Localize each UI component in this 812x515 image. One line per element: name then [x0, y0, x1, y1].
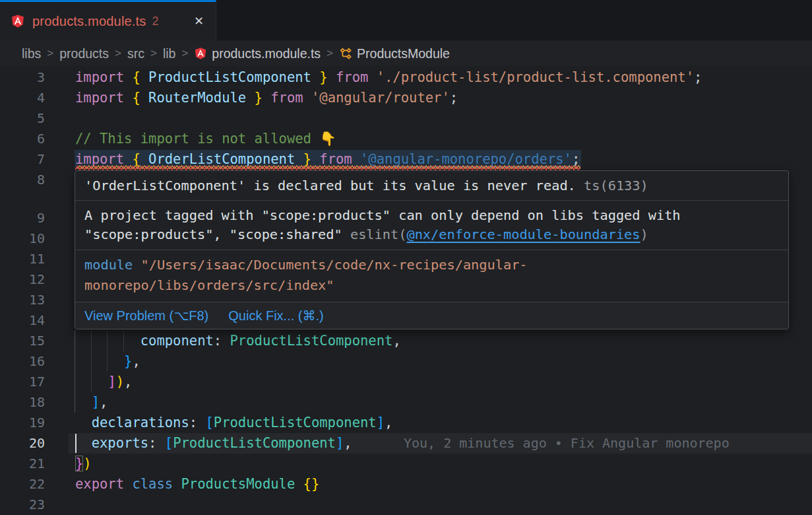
code-token: [ [165, 435, 173, 451]
eslint-message-line1: A project tagged with "scope:products" c… [84, 206, 779, 225]
breadcrumb-label: src [127, 46, 144, 61]
code-token: : [189, 415, 206, 430]
breadcrumb-label: lib [163, 46, 176, 61]
tab-bar: products.module.ts 2 ✕ [0, 0, 812, 40]
chevron-right-icon: > [321, 47, 339, 60]
code-token: { [132, 69, 148, 85]
code-token: } [124, 353, 132, 369]
code-line-18[interactable]: 18 ], [0, 392, 812, 413]
code-token [75, 374, 108, 390]
line-number: 7 [0, 149, 45, 170]
code-line-20[interactable]: 20 exports: [ProductListComponent],You, … [0, 433, 812, 454]
line-number: 8 [0, 170, 45, 190]
breadcrumb-label: products.module.ts [212, 46, 321, 61]
hover-status-bar: View Problem (⌥F8)Quick Fix... (⌘.) [75, 302, 788, 329]
line-number: 19 [0, 413, 45, 433]
code-line-7[interactable]: 7import { OrderListComponent } from '@an… [0, 149, 812, 170]
ts-diagnostic-code: ts(6133) [584, 178, 648, 193]
code-token: , [100, 394, 108, 410]
line-number: 18 [0, 392, 45, 413]
view-problem-action[interactable]: View Problem (⌥F8) [84, 308, 208, 324]
breadcrumb-label: libs [22, 46, 41, 61]
module-path-line1: "/Users/isaac/Documents/code/nx-recipes/… [141, 257, 527, 273]
code-token: export [75, 476, 132, 492]
eslint-diagnostic: A project tagged with "scope:products" c… [75, 200, 788, 250]
code-token [75, 435, 92, 451]
code-line-16[interactable]: 16 }, [0, 351, 812, 372]
code-line-6[interactable]: 6// This import is not allowed 👇 [0, 129, 812, 149]
module-info: module "/Users/isaac/Documents/code/nx-r… [75, 250, 788, 302]
ts-diagnostic-message: 'OrderListComponent' is declared but its… [84, 178, 576, 193]
breadcrumb-item-libs[interactable]: libs [22, 46, 41, 61]
code-token: ProductListComponent [230, 333, 393, 349]
tab-products-module[interactable]: products.module.ts 2 ✕ [0, 0, 216, 40]
code-line-19[interactable]: 19 declarations: [ProductListComponent], [0, 413, 812, 433]
breadcrumb-item-productsmodule[interactable]: ProductsModule [339, 46, 450, 61]
line-number: 3 [0, 67, 45, 88]
git-blame-annotation: You, 2 minutes ago • Fix Angular monorep… [404, 433, 730, 454]
code-token: [ [205, 415, 213, 430]
code-token: RouterModule [148, 90, 246, 106]
code-token: './product-list/product-list.component' [377, 69, 694, 85]
chevron-right-icon: > [41, 47, 59, 60]
code-token: ] [336, 435, 344, 451]
code-token [75, 333, 141, 349]
quick-fix-action[interactable]: Quick Fix... (⌘.) [228, 308, 323, 324]
line-number: 15 [0, 331, 45, 351]
line-content: ]), [75, 372, 132, 392]
eslint-rule-link[interactable]: @nx/enforce-module-boundaries [406, 226, 640, 242]
line-number: 17 [0, 372, 45, 392]
angular-icon [194, 47, 207, 60]
line-number: 13 [0, 290, 45, 310]
chevron-right-icon: > [144, 47, 163, 60]
code-line-21[interactable]: 21}) [0, 454, 812, 474]
close-icon[interactable]: ✕ [191, 13, 206, 30]
line-content: // This import is not allowed 👇 [75, 129, 336, 149]
breadcrumb-item-products-module-ts[interactable]: products.module.ts [194, 46, 321, 61]
code-token: , [132, 353, 140, 369]
line-content: export class ProductsModule {} [75, 474, 319, 495]
module-keyword: module [84, 257, 133, 273]
code-token: : [214, 333, 230, 349]
code-token: ProductListComponent [148, 69, 311, 85]
code-token: from [336, 69, 377, 85]
breadcrumb-item-lib[interactable]: lib [163, 46, 176, 61]
line-content: ], [75, 392, 108, 413]
breadcrumb-item-products[interactable]: products [59, 46, 109, 61]
line-content: declarations: [ProductListComponent], [75, 413, 392, 433]
hover-widget: 'OrderListComponent' is declared but its… [75, 170, 789, 329]
breadcrumb-item-src[interactable]: src [127, 46, 144, 61]
code-token: : [148, 435, 165, 451]
code-token [75, 415, 92, 430]
line-number: 6 [0, 129, 45, 149]
code-line-17[interactable]: 17 ]), [0, 372, 812, 392]
code-line-15[interactable]: 15 component: ProductListComponent, [0, 331, 812, 351]
code-token: class [132, 476, 181, 492]
code-token: ] [92, 394, 100, 410]
code-line-22[interactable]: 22export class ProductsModule {} [0, 474, 812, 495]
line-number: 5 [0, 108, 45, 129]
code-token [75, 394, 92, 410]
module-path-line2: monorepo/libs/orders/src/index" [84, 277, 334, 293]
code-line-23[interactable]: 23 [0, 495, 812, 515]
line-number: 10 [0, 228, 45, 249]
code-token: ; [450, 90, 458, 106]
code-token: , [344, 435, 352, 451]
code-token: from [270, 90, 311, 106]
code-token: } [246, 90, 270, 106]
line-content: component: ProductListComponent, [75, 331, 401, 351]
code-token [75, 353, 124, 369]
line-number: 22 [0, 474, 45, 495]
code-line-4[interactable]: 4import { RouterModule } from '@angular/… [0, 88, 812, 108]
vscode-window: products.module.ts 2 ✕ libs>products>src… [0, 0, 812, 515]
line-content: import { ProductListComponent } from './… [75, 67, 702, 88]
line-number: 20 [0, 433, 45, 454]
code-line-3[interactable]: 3import { ProductListComponent } from '.… [0, 67, 812, 88]
line-number: 14 [0, 310, 45, 331]
line-content: }) [75, 454, 92, 474]
code-token: , [385, 415, 392, 430]
code-line-5[interactable]: 5 [0, 108, 812, 129]
line-number: 12 [0, 269, 45, 290]
code-token: declarations [92, 415, 189, 430]
tab-title: products.module.ts [32, 14, 146, 29]
